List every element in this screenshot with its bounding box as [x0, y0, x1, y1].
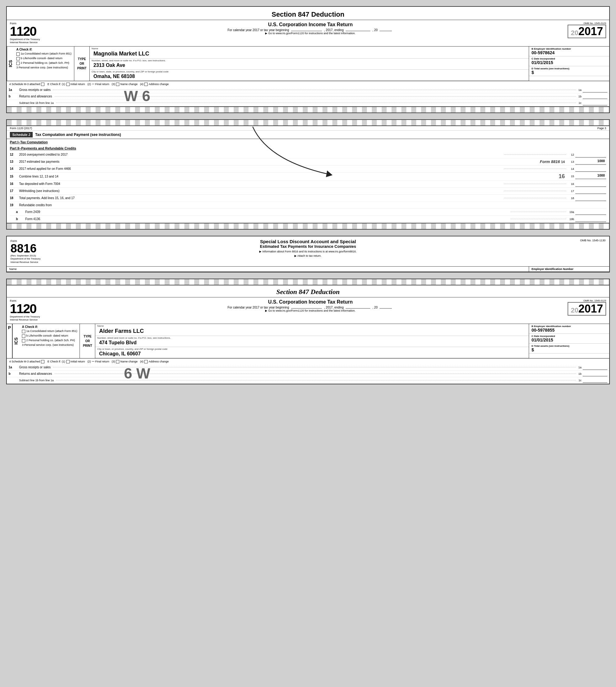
form-number-block: Form 1120 Department of the Treasury Int…	[10, 22, 53, 44]
checkbox-name-change[interactable]	[116, 83, 119, 86]
line15-big-num: 16	[559, 173, 565, 180]
line-18-input[interactable]	[575, 195, 606, 201]
checkbox-name-change-bottom[interactable]	[116, 360, 119, 363]
form8816-title-sub: Estimated Tax Payments for Insurance Com…	[55, 244, 561, 249]
line-12-input[interactable]	[575, 152, 606, 157]
line-1c-input-bottom[interactable]	[583, 378, 607, 383]
line-13: 13 2017 estimated tax payments Form 8816…	[10, 158, 606, 165]
date-inc-value-top: 01/01/2015	[531, 60, 607, 65]
dept-text: Department of the Treasury Internal Reve…	[10, 38, 40, 44]
sched-m3: 4 Schedule M-3 attached	[9, 82, 44, 86]
form8816-ein-field: Employer Identification Number	[529, 267, 609, 271]
check-1a-bottom: 1a Consolidated return (attach Form 851)	[22, 330, 77, 333]
line-1c-row-top: Subtract line 1b from line 1a 1c	[7, 100, 609, 106]
schedule-j-header: Schedule J Tax Computation and Payment (…	[7, 131, 609, 139]
schedule-label: Schedule J	[10, 132, 33, 137]
form8816-annotation: Form 8816 14	[540, 159, 565, 164]
street-value-bottom: 474 Tupelo Blvd	[97, 339, 527, 346]
checkbox-1a[interactable]	[16, 52, 20, 56]
checkbox-2[interactable]	[16, 62, 20, 65]
form8816-omb: OMB No. 1545-1130	[566, 239, 606, 242]
form-number: 1120	[10, 25, 36, 38]
form-1120-bottom-header-row: Form 1120 Department of the Treasury Int…	[7, 297, 609, 324]
line-15-input[interactable]: 1000	[575, 174, 606, 179]
company-name-bottom: Alder Farms LLC	[97, 327, 527, 335]
street-field-row: Number, street, and room or suite no. If…	[90, 59, 529, 70]
line-1c-row-bottom: Subtract line 1b from line 1a 1c	[7, 377, 609, 384]
checkbox-1a-bottom[interactable]	[22, 330, 25, 333]
line-12: 12 2016 overpayment credited to 2017 12	[10, 151, 606, 158]
line-19b-input[interactable]	[575, 216, 606, 222]
omb-text: OMB No. 1545-0123	[584, 22, 606, 25]
line-items-schedj: 12 2016 overpayment credited to 2017 12 …	[7, 151, 609, 223]
line-18: 18 Total payments. Add lines 15, 16, and…	[10, 195, 606, 202]
form8816-name-field: Name	[7, 267, 529, 271]
line-14-input[interactable]	[575, 166, 606, 172]
line-19a: a Form 2439 19a	[10, 209, 606, 216]
form-8816-card: Form 8816 (Rev. September 2013) Departme…	[6, 236, 610, 272]
form8816-header: Form 8816 (Rev. September 2013) Departme…	[7, 237, 609, 267]
form-1120-top: Section 847 Deduction Form 1120 Departme…	[6, 6, 610, 113]
checkbox-2-bottom[interactable]	[22, 339, 25, 342]
line-1b-input-top[interactable]	[583, 94, 607, 99]
main-title-bottom: U.S. Corporation Income Tax Return	[56, 299, 565, 305]
line-19a-input[interactable]	[575, 209, 606, 215]
checkbox-m3-bottom[interactable]	[41, 360, 44, 363]
form8816-attach-line: ▶ Attach to tax return.	[55, 254, 561, 257]
calendar-line-bottom: For calendar year 2017 or tax year begin…	[56, 306, 565, 309]
checkbox-addr-change[interactable]	[144, 83, 148, 86]
schedule-j-card: Form 1120 (2017) Page 3 Schedule J Tax C…	[6, 119, 610, 229]
check-3-bottom: 3 Personal service corp. (see instructio…	[22, 344, 77, 347]
check-1b-bottom: b Life/nonlife consoli- dated return	[22, 334, 77, 338]
line-13-input[interactable]: 1000	[575, 159, 606, 164]
city-field-row: City or town, state, or province, countr…	[90, 70, 529, 81]
checkbox-1b[interactable]	[16, 57, 20, 61]
gross-receipts-area-bottom: 1a Gross receipts or sales 1a b Returns …	[7, 364, 609, 384]
year-display-bottom: 202017	[568, 302, 606, 316]
form-year-block-bottom: OMR No. 1545-0123 202017	[568, 299, 606, 316]
form-year-block: OMB No. 1545-0123 202017	[568, 22, 606, 38]
name-field-row: Name Magnolia Market LLC	[90, 47, 529, 59]
line-17-input[interactable]	[575, 188, 606, 194]
assets-value-top: $	[531, 70, 607, 75]
date-inc-value-bottom: 01/01/2015	[531, 337, 607, 342]
checkbox-1b-bottom[interactable]	[22, 334, 25, 338]
form-ref: Form 1120 (2017)	[10, 127, 32, 130]
checkbox-m3[interactable]	[41, 83, 44, 86]
checkbox-addr-change-bottom[interactable]	[144, 360, 148, 363]
sec847-title-bottom: Section 847 Deduction	[7, 285, 609, 297]
line-1b-input-bottom[interactable]	[583, 371, 607, 376]
body-main-row: ICS A Check if: 1a Consolidated return (…	[7, 47, 609, 81]
type-or-print-top: TYPE OR PRINT	[74, 47, 90, 81]
line-1a-input-bottom[interactable]	[583, 365, 607, 370]
line-15: 15 Combine lines 12, 13 and 14 16 15 100…	[10, 173, 606, 181]
line-19b-field: 19b	[509, 216, 606, 222]
right-col-bottom: B Employer identification number 00-5978…	[529, 324, 609, 358]
body-main-row-bottom: P ICS A Check if: 1a Consolidated return…	[7, 324, 609, 358]
check-1b: b Life/nonlife consoli- dated return	[16, 57, 71, 61]
form8816-dept: (Rev. September 2013) Department of the …	[10, 254, 50, 264]
line-12-field: 12	[503, 152, 606, 157]
line-14: 14 2017 refund applied for on Form 4466 …	[10, 165, 606, 173]
right-col-top: B Employer identification number 00-5978…	[529, 47, 609, 81]
part1-title: Part I–Tax Computation	[7, 139, 609, 145]
line-1c-input-top[interactable]	[583, 101, 607, 105]
form-title-center-bottom: U.S. Corporation Income Tax Return For c…	[56, 299, 565, 312]
checkbox-initial-bottom[interactable]	[66, 360, 70, 363]
form8816-title-center: Special Loss Discount Account and Specia…	[55, 239, 561, 257]
check-col: A Check if: 1a Consolidated return (atta…	[14, 47, 74, 81]
form8816-info-line: ▶ Information about Form 8816 and its in…	[55, 250, 561, 253]
page-info-row: Form 1120 (2017) Page 3	[7, 126, 609, 131]
line-1a-input-top[interactable]	[583, 88, 607, 92]
p-label-bottom: P	[7, 324, 12, 358]
gross-receipts-area-top: 1a Gross receipts or sales 1a b Returns …	[7, 87, 609, 106]
line-16-input[interactable]	[575, 181, 606, 187]
year-display: 202017	[568, 25, 606, 38]
checkbox-initial[interactable]	[66, 83, 70, 86]
check-3: 3 Personal service corp. (see instructio…	[16, 66, 71, 69]
line-19a-field: 19a	[509, 209, 606, 215]
form-number-block-bottom: Form 1120 Department of the Treasury Int…	[10, 299, 53, 322]
check-title: A Check if:	[16, 48, 71, 51]
form-1120-bottom: Section 847 Deduction Form 1120 Departme…	[6, 279, 610, 384]
line-13-field: Form 8816 14 13 1000	[540, 159, 606, 164]
